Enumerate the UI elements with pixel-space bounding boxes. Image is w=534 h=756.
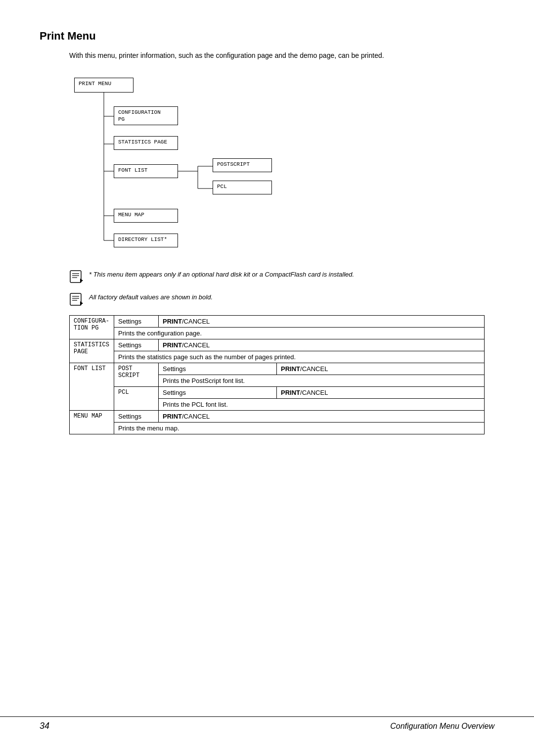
table-row: Prints the statistics page such as the n… bbox=[70, 351, 485, 363]
settings-table: CONFIGURA-TION PG Settings PRINT/CANCEL … bbox=[69, 315, 485, 434]
row5-desc: Prints the menu map. bbox=[114, 423, 485, 434]
note-text-1: * This menu item appears only if an opti… bbox=[89, 270, 354, 280]
row3-col3: Settings bbox=[159, 363, 277, 375]
note-text-2: All factory default values are shown in … bbox=[89, 292, 213, 302]
row4-col3: Settings bbox=[159, 387, 277, 399]
note-icon-1 bbox=[69, 270, 84, 284]
diagram-lines bbox=[69, 73, 326, 256]
row3-desc: Prints the PostScript font list. bbox=[159, 375, 485, 387]
row2-col2: Settings bbox=[114, 339, 159, 351]
table-row: Prints the configuration page. bbox=[70, 328, 485, 339]
diag-font-list: FONT LIST bbox=[114, 164, 178, 178]
note-block-2: All factory default values are shown in … bbox=[69, 292, 494, 306]
row2-desc: Prints the statistics page such as the n… bbox=[114, 351, 485, 363]
row4-col2: PCL bbox=[114, 387, 159, 411]
table-row: CONFIGURA-TION PG Settings PRINT/CANCEL bbox=[70, 316, 485, 328]
row3-col1: FONT LIST bbox=[70, 363, 114, 411]
row2-col3: PRINT/CANCEL bbox=[159, 339, 485, 351]
row1-col1: CONFIGURA-TION PG bbox=[70, 316, 114, 339]
footer-page-number: 34 bbox=[40, 721, 49, 731]
row5-col1: MENU MAP bbox=[70, 411, 114, 434]
diag-directory-list: DIRECTORY LIST* bbox=[114, 234, 178, 247]
row1-col3: PRINT/CANCEL bbox=[159, 316, 485, 328]
note-block-1: * This menu item appears only if an opti… bbox=[69, 270, 494, 284]
row2-col1: STATISTICSPAGE bbox=[70, 339, 114, 363]
table-row: STATISTICSPAGE Settings PRINT/CANCEL bbox=[70, 339, 485, 351]
row3-col2: POSTSCRIPT bbox=[114, 363, 159, 387]
row4-desc: Prints the PCL font list. bbox=[159, 399, 485, 411]
table-row: PCL Settings PRINT/CANCEL bbox=[70, 387, 485, 399]
footer-chapter-title: Configuration Menu Overview bbox=[390, 722, 494, 731]
svg-rect-10 bbox=[70, 271, 81, 283]
intro-text: With this menu, printer information, suc… bbox=[69, 50, 494, 61]
page-footer: 34 Configuration Menu Overview bbox=[0, 716, 534, 731]
row1-col2: Settings bbox=[114, 316, 159, 328]
table-row: FONT LIST POSTSCRIPT Settings PRINT/CANC… bbox=[70, 363, 485, 375]
diag-pcl: PCL bbox=[213, 181, 272, 194]
diag-statistics-page: STATISTICS PAGE bbox=[114, 136, 178, 150]
menu-diagram: PRINT MENU CONFIGURATIONPG STATISTICS PA… bbox=[69, 73, 326, 256]
svg-rect-14 bbox=[70, 293, 81, 305]
diag-menu-map: MENU MAP bbox=[114, 209, 178, 223]
diag-config-pg: CONFIGURATIONPG bbox=[114, 106, 178, 125]
diag-print-menu: PRINT MENU bbox=[74, 78, 134, 93]
table-row: MENU MAP Settings PRINT/CANCEL bbox=[70, 411, 485, 423]
table-row: Prints the menu map. bbox=[70, 423, 485, 434]
row3-col4: PRINT/CANCEL bbox=[277, 363, 485, 375]
note-icon-2 bbox=[69, 292, 84, 306]
row5-col2: Settings bbox=[114, 411, 159, 423]
row5-col3: PRINT/CANCEL bbox=[159, 411, 485, 423]
diag-postscript: POSTSCRIPT bbox=[213, 158, 272, 172]
row1-desc: Prints the configuration page. bbox=[114, 328, 485, 339]
page-title: Print Menu bbox=[40, 30, 494, 43]
row4-col4: PRINT/CANCEL bbox=[277, 387, 485, 399]
